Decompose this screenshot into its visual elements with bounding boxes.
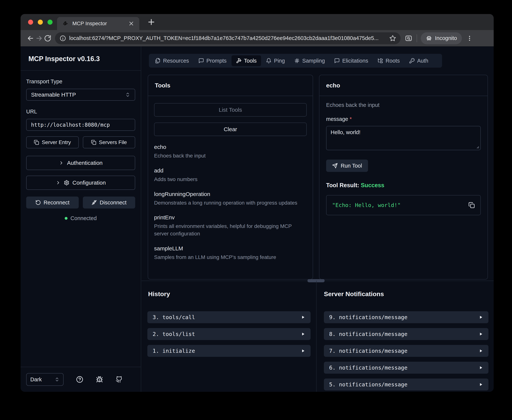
unplug-icon xyxy=(92,200,97,205)
notification-item[interactable]: 7. notifications/message xyxy=(324,345,489,357)
notification-item[interactable]: 6. notifications/message xyxy=(324,362,489,374)
tool-detail-title: echo xyxy=(319,75,488,96)
tab-tools[interactable]: Tools xyxy=(231,55,261,66)
theme-value: Dark xyxy=(30,376,55,383)
tab-label: Roots xyxy=(386,58,400,64)
forward-icon[interactable] xyxy=(35,34,43,43)
gear-icon xyxy=(64,180,69,186)
tool-description: Samples from an LLM using MCP's sampling… xyxy=(154,254,307,261)
bookmark-star-icon[interactable] xyxy=(389,35,396,42)
browser-window: MCP Inspector localhost:6274/?MCP_PROXY_… xyxy=(21,14,494,392)
notification-item[interactable]: 9. notifications/message xyxy=(324,311,489,323)
transport-type-value: Streamable HTTP xyxy=(31,91,125,98)
help-icon[interactable] xyxy=(76,376,83,383)
tool-detail-description: Echoes back the input xyxy=(326,102,481,108)
copy-result-icon[interactable] xyxy=(468,202,475,208)
notification-item[interactable]: 5. notifications/message xyxy=(324,379,489,390)
browser-tab[interactable]: MCP Inspector xyxy=(57,17,139,30)
sidebar: MCP Inspector v0.16.3 Transport Type Str… xyxy=(21,46,141,392)
expand-play-icon xyxy=(478,348,483,353)
tool-list-item[interactable]: add Adds two numbers xyxy=(154,167,307,183)
tab-elicitations[interactable]: Elicitations xyxy=(330,55,373,66)
side-search-icon[interactable] xyxy=(404,34,413,43)
configuration-label: Configuration xyxy=(72,180,106,186)
tab-title: MCP Inspector xyxy=(72,21,125,27)
authentication-expander[interactable]: Authentication xyxy=(26,156,135,170)
tab-prompts[interactable]: Prompts xyxy=(194,55,231,66)
disconnect-button[interactable]: Disconnect xyxy=(83,196,135,209)
authentication-label: Authentication xyxy=(67,160,102,166)
notification-item-label: 5. notifications/message xyxy=(329,381,478,388)
tool-result-box: "Echo: Hello, world!" xyxy=(326,195,481,215)
resize-handle-icon[interactable] xyxy=(475,145,479,149)
tool-list-item[interactable]: longRunningOperation Demonstrates a long… xyxy=(154,191,307,207)
app-title: MCP Inspector v0.16.3 xyxy=(28,55,135,63)
list-tools-button[interactable]: List Tools xyxy=(154,103,307,117)
tool-list-item[interactable]: sampleLLM Samples from an LLM using MCP'… xyxy=(154,245,307,261)
message-input[interactable]: Hello, world! xyxy=(326,126,481,150)
status-label: Connected xyxy=(70,215,97,221)
tab-sampling[interactable]: Sampling xyxy=(290,55,329,66)
history-item[interactable]: 2. tools/list xyxy=(147,328,311,340)
url-text[interactable]: localhost:6274/?MCP_PROXY_AUTH_TOKEN=ec1… xyxy=(69,35,386,41)
expand-play-icon xyxy=(300,348,305,353)
servers-file-button[interactable]: Servers File xyxy=(83,136,135,148)
bug-icon[interactable] xyxy=(96,376,103,383)
configuration-expander[interactable]: Configuration xyxy=(26,176,135,190)
tab-auth[interactable]: Auth xyxy=(405,55,433,66)
tab-resources[interactable]: Resources xyxy=(151,55,193,66)
clear-button[interactable]: Clear xyxy=(154,123,307,136)
required-marker: * xyxy=(350,116,352,122)
tool-result-label: Tool Result: xyxy=(326,182,359,188)
rotate-ccw-icon xyxy=(35,200,41,205)
history-item[interactable]: 3. tools/call xyxy=(147,311,311,323)
send-icon xyxy=(332,163,338,169)
tool-list-item[interactable]: echo Echoes back the input xyxy=(154,144,307,159)
tab-label: Ping xyxy=(274,58,285,64)
reload-icon[interactable] xyxy=(43,34,52,43)
tab-close-icon[interactable] xyxy=(128,20,134,27)
history-item[interactable]: 1. initialize xyxy=(147,345,311,357)
notification-item[interactable]: 8. notifications/message xyxy=(324,328,489,340)
tool-description: Prints all environment variables, helpfu… xyxy=(154,223,307,238)
reconnect-button[interactable]: Reconnect xyxy=(26,196,79,209)
tool-list-item[interactable]: printEnv Prints all environment variable… xyxy=(154,214,307,238)
tool-name: printEnv xyxy=(154,214,307,221)
url-bar[interactable]: localhost:6274/?MCP_PROXY_AUTH_TOKEN=ec1… xyxy=(55,32,401,44)
new-tab-button[interactable] xyxy=(146,17,156,27)
github-icon[interactable] xyxy=(115,376,123,383)
server-url-input[interactable]: http://localhost:8080/mcp xyxy=(26,119,135,131)
tab-label: Elicitations xyxy=(342,58,368,64)
expand-play-icon xyxy=(300,332,305,337)
tab-label: Tools xyxy=(244,58,257,64)
incognito-icon xyxy=(426,35,432,42)
copy-icon xyxy=(34,140,39,145)
site-info-icon[interactable] xyxy=(60,35,66,42)
tab-roots[interactable]: Roots xyxy=(373,55,404,66)
browser-menu-icon[interactable] xyxy=(465,34,474,43)
titlebar: MCP Inspector xyxy=(21,14,494,30)
tab-ping[interactable]: Ping xyxy=(261,55,289,66)
tool-result-heading: Tool Result: Success xyxy=(326,182,481,189)
app-content: MCP Inspector v0.16.3 Transport Type Str… xyxy=(21,46,494,392)
tab-label: Prompts xyxy=(206,58,227,64)
transport-type-select[interactable]: Streamable HTTP xyxy=(26,89,135,101)
maximize-window-button[interactable] xyxy=(47,20,53,25)
close-window-button[interactable] xyxy=(28,20,33,25)
server-entry-button[interactable]: Server Entry xyxy=(26,136,79,148)
traffic-lights xyxy=(28,20,53,25)
history-title: History xyxy=(148,290,170,298)
minimize-window-button[interactable] xyxy=(38,20,43,25)
splitter-drag-handle[interactable] xyxy=(307,279,325,282)
chevron-right-icon xyxy=(59,160,64,165)
tool-description: Echoes back the input xyxy=(154,152,307,159)
theme-select[interactable]: Dark xyxy=(26,373,64,386)
run-tool-button[interactable]: Run Tool xyxy=(326,159,368,172)
incognito-badge: Incognito xyxy=(421,32,462,44)
back-icon[interactable] xyxy=(26,34,35,43)
status-dot xyxy=(65,217,68,220)
copy-icon xyxy=(91,140,96,145)
tools-panel-title: Tools xyxy=(148,75,313,96)
expand-play-icon xyxy=(478,332,483,337)
transport-type-label: Transport Type xyxy=(26,78,135,85)
